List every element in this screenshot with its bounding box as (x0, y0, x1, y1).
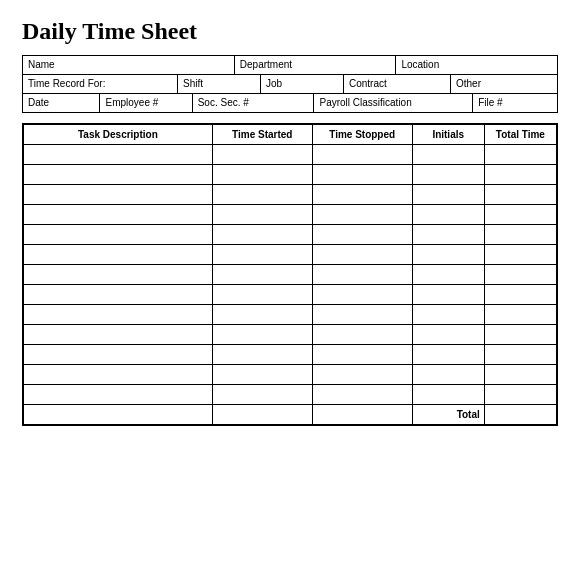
stopped-cell[interactable] (312, 325, 412, 345)
initials-cell[interactable] (412, 185, 484, 205)
col-header-started: Time Started (212, 125, 312, 145)
total-label: Total (412, 405, 484, 425)
started-cell[interactable] (212, 385, 312, 405)
task-cell[interactable] (24, 145, 213, 165)
total-empty-3 (312, 405, 412, 425)
initials-cell[interactable] (412, 245, 484, 265)
table-row (24, 325, 557, 345)
stopped-cell[interactable] (312, 365, 412, 385)
page: Daily Time Sheet Name Department Locatio… (0, 0, 580, 436)
total-cell[interactable] (484, 165, 556, 185)
initials-cell[interactable] (412, 345, 484, 365)
task-cell[interactable] (24, 365, 213, 385)
total-cell[interactable] (484, 145, 556, 165)
total-cell[interactable] (484, 345, 556, 365)
initials-cell[interactable] (412, 165, 484, 185)
task-cell[interactable] (24, 265, 213, 285)
total-empty-2 (212, 405, 312, 425)
stopped-cell[interactable] (312, 205, 412, 225)
total-value[interactable] (484, 405, 556, 425)
task-cell[interactable] (24, 385, 213, 405)
header-row-1: Name Department Location (23, 56, 557, 75)
stopped-cell[interactable] (312, 225, 412, 245)
header-row-3: Date Employee # Soc. Sec. # Payroll Clas… (23, 94, 557, 112)
shift-cell: Shift (178, 75, 261, 93)
table-row (24, 385, 557, 405)
initials-cell[interactable] (412, 205, 484, 225)
stopped-cell[interactable] (312, 345, 412, 365)
total-cell[interactable] (484, 225, 556, 245)
task-cell[interactable] (24, 225, 213, 245)
table-row (24, 265, 557, 285)
total-cell[interactable] (484, 305, 556, 325)
started-cell[interactable] (212, 285, 312, 305)
table-row (24, 185, 557, 205)
stopped-cell[interactable] (312, 385, 412, 405)
col-header-initials: Initials (412, 125, 484, 145)
employee-num-cell: Employee # (100, 94, 192, 112)
initials-cell[interactable] (412, 325, 484, 345)
started-cell[interactable] (212, 165, 312, 185)
task-cell[interactable] (24, 185, 213, 205)
date-cell: Date (23, 94, 100, 112)
table-row (24, 345, 557, 365)
task-cell[interactable] (24, 345, 213, 365)
task-rows-body: Total (24, 145, 557, 425)
stopped-cell[interactable] (312, 285, 412, 305)
stopped-cell[interactable] (312, 145, 412, 165)
task-cell[interactable] (24, 325, 213, 345)
started-cell[interactable] (212, 265, 312, 285)
started-cell[interactable] (212, 365, 312, 385)
total-cell[interactable] (484, 265, 556, 285)
initials-cell[interactable] (412, 285, 484, 305)
header-row-2: Time Record For: Shift Job Contract Othe… (23, 75, 557, 94)
total-cell[interactable] (484, 205, 556, 225)
table-row (24, 365, 557, 385)
started-cell[interactable] (212, 185, 312, 205)
started-cell[interactable] (212, 245, 312, 265)
contract-cell: Contract (344, 75, 451, 93)
started-cell[interactable] (212, 145, 312, 165)
initials-cell[interactable] (412, 225, 484, 245)
task-cell[interactable] (24, 285, 213, 305)
initials-cell[interactable] (412, 265, 484, 285)
col-header-stopped: Time Stopped (312, 125, 412, 145)
table-header-row: Task Description Time Started Time Stopp… (24, 125, 557, 145)
table-row (24, 165, 557, 185)
table-row (24, 245, 557, 265)
stopped-cell[interactable] (312, 305, 412, 325)
initials-cell[interactable] (412, 365, 484, 385)
total-cell[interactable] (484, 245, 556, 265)
task-table: Task Description Time Started Time Stopp… (23, 124, 557, 425)
stopped-cell[interactable] (312, 165, 412, 185)
started-cell[interactable] (212, 305, 312, 325)
total-cell[interactable] (484, 185, 556, 205)
task-cell[interactable] (24, 205, 213, 225)
initials-cell[interactable] (412, 385, 484, 405)
table-row (24, 305, 557, 325)
started-cell[interactable] (212, 345, 312, 365)
task-table-container: Task Description Time Started Time Stopp… (22, 123, 558, 426)
name-cell: Name (23, 56, 235, 74)
initials-cell[interactable] (412, 145, 484, 165)
task-cell[interactable] (24, 245, 213, 265)
task-cell[interactable] (24, 165, 213, 185)
stopped-cell[interactable] (312, 265, 412, 285)
started-cell[interactable] (212, 205, 312, 225)
table-row (24, 285, 557, 305)
initials-cell[interactable] (412, 305, 484, 325)
file-num-cell: File # (473, 94, 557, 112)
header-section: Name Department Location Time Record For… (22, 55, 558, 113)
task-cell[interactable] (24, 305, 213, 325)
table-row (24, 145, 557, 165)
stopped-cell[interactable] (312, 185, 412, 205)
other-cell: Other (451, 75, 557, 93)
started-cell[interactable] (212, 325, 312, 345)
stopped-cell[interactable] (312, 245, 412, 265)
job-cell: Job (261, 75, 344, 93)
total-cell[interactable] (484, 285, 556, 305)
total-cell[interactable] (484, 325, 556, 345)
total-cell[interactable] (484, 385, 556, 405)
started-cell[interactable] (212, 225, 312, 245)
total-cell[interactable] (484, 365, 556, 385)
